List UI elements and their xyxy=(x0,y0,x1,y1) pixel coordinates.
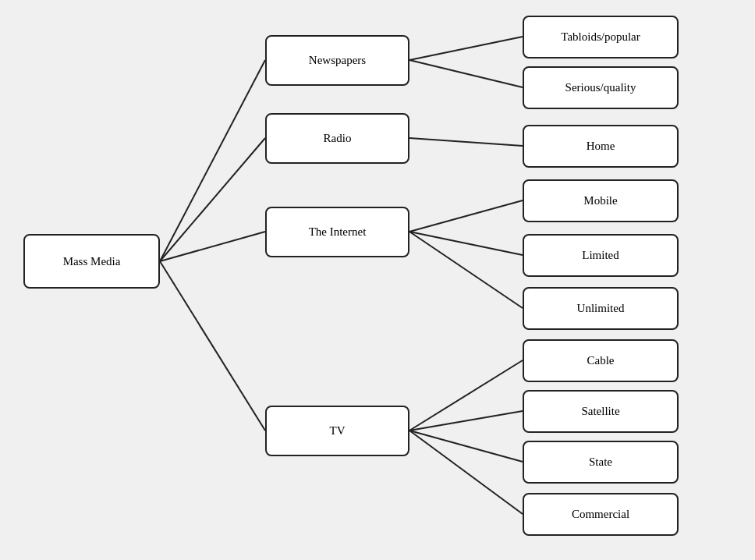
svg-line-1 xyxy=(160,138,265,261)
svg-line-0 xyxy=(160,60,265,261)
svg-line-7 xyxy=(409,200,523,232)
node-mass-media: Mass Media xyxy=(23,234,160,289)
node-mobile: Mobile xyxy=(523,179,679,222)
node-cable: Cable xyxy=(523,339,679,382)
node-state: State xyxy=(523,441,679,484)
node-commercial: Commercial xyxy=(523,493,679,536)
node-unlimited: Unlimited xyxy=(523,287,679,330)
node-tv: TV xyxy=(265,406,409,456)
svg-line-6 xyxy=(409,138,523,146)
svg-line-3 xyxy=(160,261,265,431)
node-home: Home xyxy=(523,125,679,168)
node-satellite: Satellite xyxy=(523,390,679,433)
node-limited: Limited xyxy=(523,234,679,277)
node-radio: Radio xyxy=(265,113,409,164)
node-tabloids: Tabloids/popular xyxy=(523,16,679,58)
svg-line-4 xyxy=(409,37,523,60)
node-newspapers: Newspapers xyxy=(265,35,409,86)
svg-line-2 xyxy=(160,232,265,261)
node-internet: The Internet xyxy=(265,207,409,257)
node-serious: Serious/quality xyxy=(523,66,679,109)
svg-line-13 xyxy=(409,431,523,514)
svg-line-12 xyxy=(409,431,523,462)
svg-line-5 xyxy=(409,60,523,87)
